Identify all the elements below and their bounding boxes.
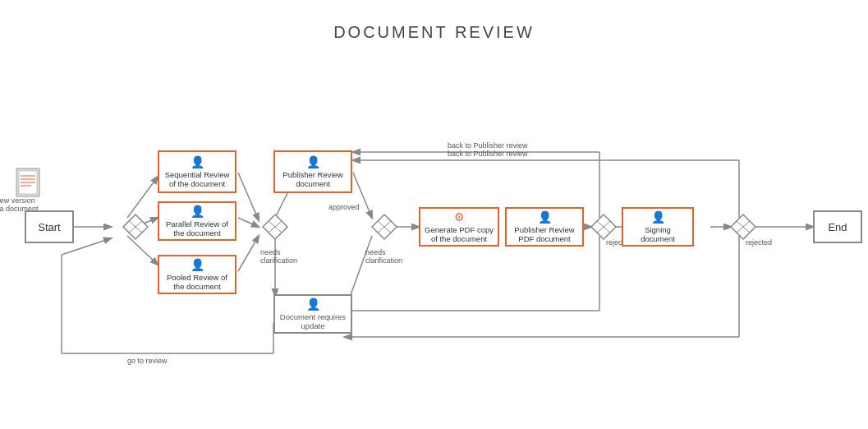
- user-icon-3: 👤: [191, 258, 204, 271]
- end-node: End: [813, 210, 862, 243]
- svg-text:clarification: clarification: [260, 256, 297, 265]
- user-icon: 👤: [191, 155, 204, 168]
- svg-text:approved: approved: [328, 203, 360, 211]
- svg-text:clarification: clarification: [365, 256, 402, 265]
- svg-text:go to review: go to review: [127, 357, 168, 365]
- svg-line-4: [238, 173, 259, 220]
- doc-requires-update-label: Document requiresupdate: [280, 312, 346, 330]
- user-icon-6: 👤: [651, 210, 665, 224]
- svg-text:needs: needs: [365, 248, 386, 256]
- diagram-container: DOCUMENT REVIEW: [0, 0, 868, 429]
- svg-line-6: [238, 236, 259, 271]
- user-icon-2: 👤: [191, 205, 204, 218]
- svg-text:back to Publisher review: back to Publisher review: [448, 141, 528, 150]
- publisher-review-pdf-label: Publisher ReviewPDF document: [514, 225, 574, 243]
- parallel-review-node: 👤 Parallel Review ofthe document: [158, 201, 237, 241]
- publisher-review-node: 👤 Publisher Reviewdocument: [273, 150, 352, 193]
- signing-label: Signingdocument: [641, 225, 675, 243]
- start-node: Start: [25, 210, 74, 243]
- parallel-review-label: Parallel Review ofthe document: [166, 219, 228, 238]
- svg-line-1: [127, 177, 158, 218]
- signing-node: 👤 Signingdocument: [622, 207, 694, 247]
- pooled-review-node: 👤 Pooled Review ofthe document: [158, 255, 237, 294]
- end-label: End: [828, 221, 847, 233]
- pooled-review-label: Pooled Review ofthe document: [167, 273, 227, 291]
- start-label: Start: [38, 221, 60, 233]
- user-icon-4: 👤: [306, 155, 320, 168]
- generate-pdf-node: ⚙ Generate PDF copyof the document: [419, 207, 499, 247]
- publisher-review-label: Publisher Reviewdocument: [282, 170, 342, 188]
- svg-text:needs: needs: [260, 248, 281, 256]
- svg-line-5: [238, 218, 259, 227]
- publisher-review-pdf-node: 👤 Publisher ReviewPDF document: [505, 207, 584, 247]
- user-icon-7: 👤: [306, 298, 320, 311]
- gear-icon: ⚙: [454, 210, 465, 224]
- svg-text:New version: New version: [0, 196, 35, 205]
- user-icon-5: 👤: [538, 210, 552, 224]
- doc-requires-update-node: 👤 Document requiresupdate: [273, 294, 352, 334]
- svg-text:back to Publisher review: back to Publisher review: [448, 150, 528, 158]
- sequential-review-node: 👤 Sequential Reviewof the document: [158, 150, 237, 193]
- svg-text:rejected: rejected: [746, 238, 772, 247]
- svg-line-3: [127, 236, 158, 265]
- generate-pdf-label: Generate PDF copyof the document: [425, 225, 494, 243]
- sequential-review-label: Sequential Reviewof the document: [165, 170, 230, 188]
